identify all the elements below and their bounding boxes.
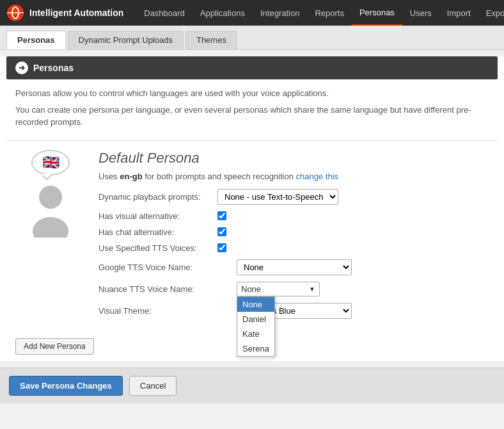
main-content: ➜ Personas Personas allow you to control…	[0, 56, 504, 361]
divider	[6, 140, 498, 141]
subtitle-prefix: Uses	[98, 172, 120, 181]
sub-tab-bar: Personas Dynamic Prompt Uploads Themes	[0, 26, 504, 50]
dynamic-playback-label: Dynamic playback prompts:	[98, 192, 214, 202]
nav-users[interactable]: Users	[402, 0, 439, 26]
info-line1: Personas allow you to control which lang…	[15, 87, 489, 100]
persona-subtitle: Uses en-gb for both prompts and speech r…	[98, 172, 489, 181]
tab-themes[interactable]: Themes	[185, 31, 237, 49]
visual-theme-row: Visual Theme: Genesys Blue Default	[98, 303, 489, 319]
persona-title: Default Persona	[98, 150, 489, 166]
tab-personas[interactable]: Personas	[6, 31, 66, 49]
nuance-tts-label: Nuance TTS Voice Name:	[98, 284, 233, 294]
section-header-icon: ➜	[15, 61, 28, 74]
save-persona-button[interactable]: Save Persona Changes	[9, 376, 123, 396]
footer: Save Persona Changes Cancel	[0, 368, 504, 403]
use-tts-label: Use Specified TTS Voices:	[98, 243, 214, 253]
tab-dynamic-prompt-uploads[interactable]: Dynamic Prompt Uploads	[68, 31, 184, 49]
persona-section: 🇬🇧 Default Persona Uses en-gb for both p…	[6, 150, 498, 332]
has-chat-label: Has chat alternative:	[98, 227, 214, 237]
nav-personas[interactable]: Personas	[352, 0, 402, 26]
visual-theme-label: Visual Theme:	[98, 306, 233, 316]
use-tts-row: Use Specified TTS Voices:	[98, 243, 489, 253]
has-chat-checkbox[interactable]	[217, 227, 226, 236]
subtitle-lang: en-gb	[120, 172, 142, 181]
svg-point-4	[33, 217, 68, 238]
google-tts-label: Google TTS Voice Name:	[98, 263, 233, 272]
nuance-tts-option-serena[interactable]: Serena	[237, 341, 274, 356]
app-logo: Intelligent Automation	[6, 4, 123, 22]
app-title: Intelligent Automation	[29, 8, 123, 18]
persona-details: Default Persona Uses en-gb for both prom…	[98, 150, 489, 325]
top-navigation: Intelligent Automation Dashboard Applica…	[0, 0, 504, 26]
svg-point-3	[39, 186, 62, 209]
flag-icon: 🇬🇧	[42, 156, 59, 170]
info-section: Personas allow you to control which lang…	[6, 79, 498, 136]
nuance-tts-option-daniel[interactable]: Daniel	[237, 312, 274, 327]
nav-dashboard[interactable]: Dashboard	[136, 0, 193, 26]
google-tts-row: Google TTS Voice Name: None en-GB-Standa…	[98, 259, 489, 275]
section-title: Personas	[33, 63, 74, 73]
nav-integration[interactable]: Integration	[253, 0, 307, 26]
speech-bubble: 🇬🇧	[31, 150, 70, 175]
nuance-tts-option-kate[interactable]: Kate	[237, 327, 274, 341]
dynamic-playback-select[interactable]: None - use Text-to-Speech Upload Files	[217, 189, 338, 205]
nuance-tts-option-none[interactable]: None	[237, 297, 274, 312]
google-tts-select[interactable]: None en-GB-Standard-A en-GB-Standard-B	[237, 259, 352, 275]
nuance-tts-arrow: ▼	[309, 286, 315, 293]
nuance-tts-selected-value: None	[241, 284, 261, 294]
section-header: ➜ Personas	[6, 56, 498, 79]
has-visual-label: Has visual alternative:	[98, 211, 214, 221]
nav-reports[interactable]: Reports	[307, 0, 352, 26]
dynamic-playback-row: Dynamic playback prompts: None - use Tex…	[98, 189, 489, 205]
persona-avatar: 🇬🇧	[15, 150, 86, 325]
nav-export[interactable]: Export	[478, 0, 504, 26]
nuance-tts-select[interactable]: None ▼	[237, 282, 320, 296]
info-line2: You can create one persona per language,…	[15, 104, 489, 129]
has-chat-row: Has chat alternative:	[98, 227, 489, 237]
person-icon	[28, 183, 73, 239]
add-new-persona-button[interactable]: Add New Persona	[15, 338, 94, 355]
nav-import[interactable]: Import	[439, 0, 478, 26]
has-visual-checkbox[interactable]	[217, 211, 226, 220]
nav-items: Dashboard Applications Integration Repor…	[136, 0, 504, 26]
change-this-link[interactable]: change this	[296, 172, 339, 181]
subtitle-middle: for both prompts and speech recognition	[143, 172, 296, 181]
has-visual-row: Has visual alternative:	[98, 211, 489, 221]
use-tts-checkbox[interactable]	[217, 243, 226, 252]
nuance-tts-row: Nuance TTS Voice Name: None ▼ None Danie…	[98, 282, 489, 296]
logo-icon	[6, 4, 24, 22]
person-svg	[28, 183, 73, 238]
cancel-button[interactable]: Cancel	[129, 376, 177, 396]
nuance-tts-dropdown-open: None Daniel Kate Serena	[237, 296, 275, 357]
nuance-tts-dropdown-container: None ▼ None Daniel Kate Serena	[237, 282, 320, 296]
nav-applications[interactable]: Applications	[193, 0, 253, 26]
